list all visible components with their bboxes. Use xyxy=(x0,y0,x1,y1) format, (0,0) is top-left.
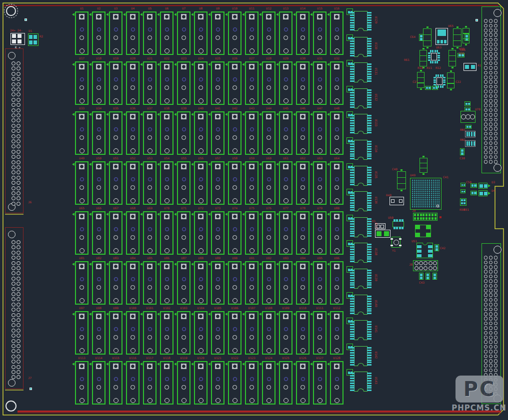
relay-footprint[interactable]: U61 xyxy=(279,161,292,205)
relay-footprint[interactable]: U98 xyxy=(92,311,106,355)
relay-footprint[interactable]: U26 xyxy=(228,61,242,105)
relay-footprint[interactable]: U80 xyxy=(330,211,344,255)
relay-footprint[interactable]: U15 xyxy=(313,11,326,55)
relay-footprint[interactable]: U18 xyxy=(92,61,106,105)
cap2v-footprint[interactable] xyxy=(434,244,439,251)
relay-footprint[interactable]: U6 xyxy=(160,11,174,55)
relay-footprint[interactable]: U109 xyxy=(279,311,292,355)
relay-footprint[interactable]: U72 xyxy=(194,211,208,255)
ic-footprint[interactable]: U129 xyxy=(346,8,378,34)
relay-footprint[interactable]: U29 xyxy=(279,61,292,105)
seg3v-footprint[interactable] xyxy=(462,28,470,43)
relay-footprint[interactable]: U11 xyxy=(245,11,258,55)
edge-connector-left[interactable]: J6 xyxy=(5,48,24,213)
relay-footprint[interactable]: U33 xyxy=(75,111,88,155)
cap2v-footprint[interactable] xyxy=(432,273,437,280)
relay-footprint[interactable]: U35 xyxy=(109,111,122,155)
ic-footprint[interactable]: U140 xyxy=(346,292,378,318)
ic-footprint[interactable]: U133 xyxy=(346,111,378,137)
relay-footprint[interactable]: U4 xyxy=(126,11,140,55)
relay-footprint[interactable]: U87 xyxy=(177,261,190,305)
relay-footprint[interactable]: U122 xyxy=(228,361,242,405)
cap2-footprint[interactable] xyxy=(425,86,431,90)
relay-footprint[interactable]: U7 xyxy=(177,11,190,55)
relay-footprint[interactable]: U104 xyxy=(194,311,208,355)
relay-footprint[interactable]: U84 xyxy=(126,261,140,305)
relay-footprint[interactable]: U97 xyxy=(75,311,88,355)
relay-footprint[interactable]: U22 xyxy=(160,61,174,105)
relay-footprint[interactable]: U8 xyxy=(194,11,208,55)
ic-footprint[interactable]: U138 xyxy=(346,240,378,266)
relay-footprint[interactable]: U27 xyxy=(245,61,258,105)
relay-footprint[interactable]: U110 xyxy=(296,311,310,355)
relay-footprint[interactable]: U128 xyxy=(330,361,344,405)
ic-footprint[interactable]: U134 xyxy=(346,137,378,163)
ic-footprint[interactable]: U137 xyxy=(346,215,378,241)
relay-footprint[interactable]: U83 xyxy=(109,261,122,305)
relay-footprint[interactable]: U44 xyxy=(262,111,276,155)
cap2-footprint[interactable] xyxy=(464,101,470,106)
relay-footprint[interactable]: U124 xyxy=(262,361,276,405)
relay-footprint[interactable]: U14 xyxy=(296,11,310,55)
seg3v-footprint[interactable] xyxy=(420,158,428,173)
relay-footprint[interactable]: U119 xyxy=(177,361,190,405)
white4-footprint[interactable]: K + xyxy=(10,33,25,45)
relay-footprint[interactable]: U127 xyxy=(313,361,326,405)
relay-footprint[interactable]: U102 xyxy=(160,311,174,355)
pads2t-footprint[interactable] xyxy=(464,63,476,71)
relay-footprint[interactable]: U60 xyxy=(262,161,276,205)
relay-footprint[interactable]: U113 xyxy=(75,361,88,405)
soic6-footprint[interactable] xyxy=(416,243,433,258)
relay-footprint[interactable]: U75 xyxy=(245,211,258,255)
relay-footprint[interactable]: U16 xyxy=(330,11,344,55)
relay-footprint[interactable]: U64 xyxy=(330,161,344,205)
relay-footprint[interactable]: U86 xyxy=(160,261,174,305)
cap2v-footprint[interactable] xyxy=(460,148,464,155)
relay-footprint[interactable]: U3 xyxy=(109,11,122,55)
cap2-footprint[interactable] xyxy=(432,86,438,90)
relay-footprint[interactable]: U25 xyxy=(211,61,224,105)
relay-footprint[interactable]: U95 xyxy=(313,261,326,305)
ic-footprint[interactable]: U135 xyxy=(346,163,378,189)
relay-footprint[interactable]: U116 xyxy=(126,361,140,405)
relay-footprint[interactable]: U20 xyxy=(126,61,140,105)
cap2v-footprint[interactable] xyxy=(426,273,430,280)
res4-footprint[interactable] xyxy=(465,131,476,137)
seg3v-footprint[interactable] xyxy=(420,50,427,66)
cap2-footprint[interactable] xyxy=(470,191,477,195)
quad4-footprint[interactable] xyxy=(415,225,431,237)
relay-footprint[interactable]: U5 xyxy=(143,11,156,55)
relay-footprint[interactable]: U56 xyxy=(194,161,208,205)
green4-footprint[interactable] xyxy=(28,33,38,46)
relay-footprint[interactable]: U67 xyxy=(109,211,122,255)
relay-footprint[interactable]: U45 xyxy=(279,111,292,155)
relay-footprint[interactable]: U126 xyxy=(296,361,310,405)
relay-footprint[interactable]: U108 xyxy=(262,311,276,355)
pads2big-footprint[interactable] xyxy=(375,230,390,238)
relay-footprint[interactable]: U107 xyxy=(245,311,258,355)
relay-footprint[interactable]: U66 xyxy=(92,211,106,255)
relay-footprint[interactable]: U46 xyxy=(296,111,310,155)
relay-footprint[interactable]: U123 xyxy=(245,361,258,405)
relay-footprint[interactable]: U117 xyxy=(143,361,156,405)
seg3v-footprint[interactable] xyxy=(448,50,456,66)
relay-footprint[interactable]: U17 xyxy=(75,61,88,105)
relay-footprint[interactable]: U68 xyxy=(126,211,140,255)
relay-footprint[interactable]: U62 xyxy=(296,161,310,205)
cap2-footprint[interactable] xyxy=(470,183,477,188)
edge-connector-left[interactable]: J7 xyxy=(5,227,24,389)
relay-footprint[interactable]: U52 xyxy=(126,161,140,205)
relay-footprint[interactable]: U37 xyxy=(143,111,156,155)
relay-footprint[interactable]: U85 xyxy=(143,261,156,305)
relay-footprint[interactable]: U41 xyxy=(211,111,224,155)
edge-connector-right[interactable] xyxy=(482,6,501,173)
relay-footprint[interactable]: U91 xyxy=(245,261,258,305)
ic-footprint[interactable]: U143 xyxy=(346,369,378,395)
seg3v-footprint[interactable] xyxy=(417,72,424,88)
ic-footprint[interactable]: U142 xyxy=(346,344,378,370)
dip8-footprint[interactable] xyxy=(392,219,404,229)
relay-footprint[interactable]: U53 xyxy=(143,161,156,205)
seg3v-footprint[interactable] xyxy=(447,72,454,88)
relay-footprint[interactable]: U47 xyxy=(313,111,326,155)
ic-footprint[interactable]: U131 xyxy=(346,60,378,86)
